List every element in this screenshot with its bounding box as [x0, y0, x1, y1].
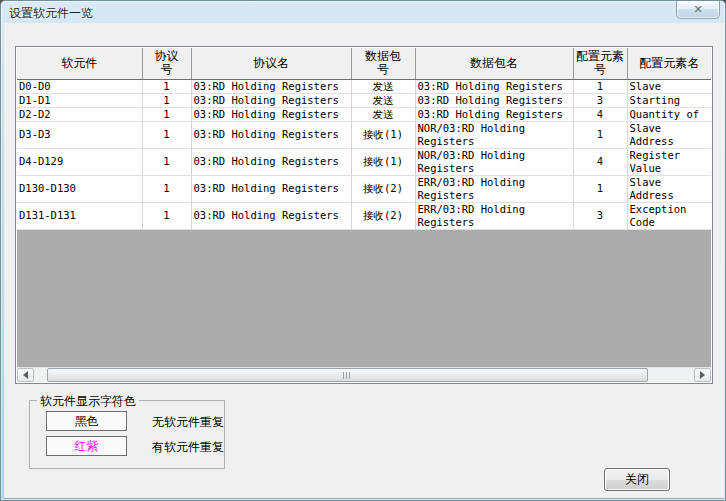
magenta-color-swatch-button[interactable]: 红紫: [46, 436, 127, 456]
horizontal-scrollbar[interactable]: [17, 367, 711, 382]
magenta-swatch-caption: 有软元件重复: [152, 439, 224, 456]
cell-packet-no: 接收(1): [351, 148, 415, 175]
thumb-grip-icon: [343, 372, 351, 379]
col-header-element-name: 配置元素名: [627, 48, 711, 79]
device-table-container: 软元件 协议 号 协议名 数据包 号 数据包名 配置元素 号 配置元素名 D0-…: [15, 46, 713, 384]
black-color-swatch-button[interactable]: 黑色: [46, 411, 127, 431]
cell-packet-no: 接收(2): [351, 175, 415, 202]
cell-element-name: Slave: [627, 79, 711, 93]
cell-element-no: 4: [573, 148, 627, 175]
cell-device: D1-D1: [17, 93, 142, 107]
cell-element-name: Starting: [627, 93, 711, 107]
table-row[interactable]: D3-D3 1 03:RD Holding Registers 接收(1) NO…: [17, 121, 711, 148]
cell-device: D3-D3: [17, 121, 142, 148]
close-button[interactable]: 关闭: [604, 468, 670, 491]
cell-device: D4-D129: [17, 148, 142, 175]
cell-packet-name: 03:RD Holding Registers: [415, 79, 573, 93]
device-color-legend-group: 软元件显示字符色 黑色 无软元件重复 红紫 有软元件重复: [29, 400, 225, 469]
cell-protocol-no: 1: [142, 107, 191, 121]
cell-device: D131-D131: [17, 202, 142, 229]
col-header-protocol-no: 协议 号: [142, 48, 191, 79]
cell-packet-no: 发送: [351, 79, 415, 93]
col-header-packet-no: 数据包 号: [351, 48, 415, 79]
cell-protocol-no: 1: [142, 202, 191, 229]
cell-element-no: 1: [573, 121, 627, 148]
table-row[interactable]: D131-D131 1 03:RD Holding Registers 接收(2…: [17, 202, 711, 229]
cell-element-no: 1: [573, 79, 627, 93]
window-close-icon[interactable]: ✕: [676, 1, 720, 19]
scrollbar-track[interactable]: [34, 368, 694, 382]
cell-element-no: 1: [573, 175, 627, 202]
cell-protocol-no: 1: [142, 148, 191, 175]
scrollbar-thumb[interactable]: [47, 368, 648, 382]
device-list-dialog: 设置软元件一览 ✕ 软元件 协议 号 协议名 数据包 号 数据包名 配置元素 号…: [0, 0, 726, 501]
scroll-left-arrow-icon[interactable]: [17, 368, 34, 382]
table-row[interactable]: D2-D2 1 03:RD Holding Registers 发送 03:RD…: [17, 107, 711, 121]
col-header-protocol-name: 协议名: [191, 48, 351, 79]
table-row[interactable]: D0-D0 1 03:RD Holding Registers 发送 03:RD…: [17, 79, 711, 93]
cell-protocol-name: 03:RD Holding Registers: [191, 121, 351, 148]
cell-device: D0-D0: [17, 79, 142, 93]
cell-packet-no: 发送: [351, 107, 415, 121]
cell-protocol-no: 1: [142, 175, 191, 202]
dialog-title: 设置软元件一览: [9, 5, 93, 22]
title-bar[interactable]: 设置软元件一览 ✕: [1, 1, 725, 23]
cell-element-no: 4: [573, 107, 627, 121]
black-swatch-caption: 无软元件重复: [152, 414, 224, 431]
cell-packet-name: NOR/03:RD Holding Registers: [415, 148, 573, 175]
cell-packet-no: 接收(2): [351, 202, 415, 229]
cell-protocol-name: 03:RD Holding Registers: [191, 79, 351, 93]
cell-packet-name: ERR/03:RD Holding Registers: [415, 175, 573, 202]
cell-device: D2-D2: [17, 107, 142, 121]
cell-protocol-name: 03:RD Holding Registers: [191, 148, 351, 175]
cell-element-name: Slave Address: [627, 175, 711, 202]
cell-protocol-no: 1: [142, 79, 191, 93]
table-row[interactable]: D1-D1 1 03:RD Holding Registers 发送 03:RD…: [17, 93, 711, 107]
cell-protocol-no: 1: [142, 121, 191, 148]
cell-packet-no: 接收(1): [351, 121, 415, 148]
cell-protocol-name: 03:RD Holding Registers: [191, 202, 351, 229]
device-table: 软元件 协议 号 协议名 数据包 号 数据包名 配置元素 号 配置元素名 D0-…: [17, 48, 711, 230]
cell-packet-name: 03:RD Holding Registers: [415, 107, 573, 121]
cell-protocol-name: 03:RD Holding Registers: [191, 107, 351, 121]
cell-element-name: Register Value: [627, 148, 711, 175]
col-header-packet-name: 数据包名: [415, 48, 573, 79]
table-row[interactable]: D4-D129 1 03:RD Holding Registers 接收(1) …: [17, 148, 711, 175]
cell-packet-name: NOR/03:RD Holding Registers: [415, 121, 573, 148]
legend-group-title: 软元件显示字符色: [37, 393, 139, 410]
cell-packet-name: 03:RD Holding Registers: [415, 93, 573, 107]
col-header-device: 软元件: [17, 48, 142, 79]
cell-element-name: Exception Code: [627, 202, 711, 229]
table-empty-area: [17, 230, 711, 368]
cell-packet-name: ERR/03:RD Holding Registers: [415, 202, 573, 229]
table-row[interactable]: D130-D130 1 03:RD Holding Registers 接收(2…: [17, 175, 711, 202]
cell-element-no: 3: [573, 93, 627, 107]
dialog-body: 软元件 协议 号 协议名 数据包 号 数据包名 配置元素 号 配置元素名 D0-…: [4, 23, 724, 499]
cell-element-name: Quantity of: [627, 107, 711, 121]
cell-element-name: Slave Address: [627, 121, 711, 148]
cell-packet-no: 发送: [351, 93, 415, 107]
cell-protocol-name: 03:RD Holding Registers: [191, 93, 351, 107]
cell-protocol-no: 1: [142, 93, 191, 107]
cell-protocol-name: 03:RD Holding Registers: [191, 175, 351, 202]
table-header-row: 软元件 协议 号 协议名 数据包 号 数据包名 配置元素 号 配置元素名: [17, 48, 711, 79]
scroll-right-arrow-icon[interactable]: [694, 368, 711, 382]
col-header-element-no: 配置元素 号: [573, 48, 627, 79]
cell-device: D130-D130: [17, 175, 142, 202]
cell-element-no: 3: [573, 202, 627, 229]
